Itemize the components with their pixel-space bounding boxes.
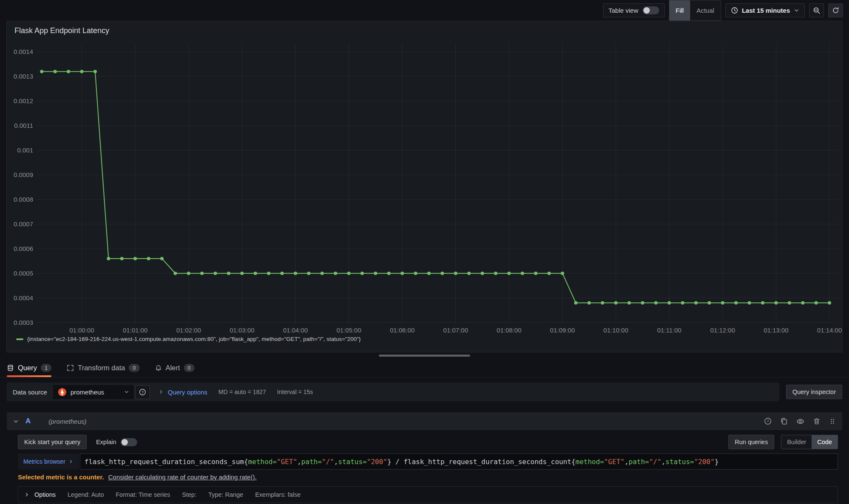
toggle-knob bbox=[121, 439, 128, 445]
help-icon: ? bbox=[139, 389, 146, 396]
svg-text:?: ? bbox=[767, 419, 769, 423]
time-range-picker[interactable]: Last 15 minutes bbox=[725, 3, 805, 17]
datasource-help-button[interactable]: ? bbox=[135, 385, 150, 399]
code-button[interactable]: Code bbox=[812, 435, 838, 449]
query-editor-body: Kick start your query Explain Run querie… bbox=[0, 430, 849, 503]
latency-chart[interactable]: 0.00030.00040.00050.00060.00070.00080.00… bbox=[9, 38, 842, 335]
svg-text:01:00:00: 01:00:00 bbox=[69, 327, 94, 334]
pane-divider bbox=[0, 352, 849, 359]
svg-text:01:07:00: 01:07:00 bbox=[443, 327, 468, 334]
option-summary-item: Exemplars: false bbox=[255, 491, 301, 498]
query-datasource-hint: (prometheus) bbox=[48, 418, 86, 425]
query-row-actions: ? bbox=[764, 417, 836, 425]
delete-query-button[interactable] bbox=[813, 417, 821, 425]
builder-code-segmented: Builder Code bbox=[781, 435, 838, 449]
fill-button[interactable]: Fill bbox=[669, 0, 690, 20]
promql-expression-input[interactable]: flask_http_request_duration_seconds_sum{… bbox=[80, 453, 838, 470]
query-inspector-button[interactable]: Query inspector bbox=[786, 385, 842, 399]
kickstart-query-button[interactable]: Kick start your query bbox=[18, 435, 87, 449]
time-range-label: Last 15 minutes bbox=[742, 7, 790, 14]
counter-warning: Selected metric is a counter. Consider c… bbox=[18, 473, 838, 481]
tab-query-label: Query bbox=[18, 364, 37, 372]
tab-transform-data[interactable]: Transform data 0 bbox=[67, 359, 140, 377]
svg-text:0.0007: 0.0007 bbox=[14, 220, 33, 228]
actual-button[interactable]: Actual bbox=[690, 0, 721, 20]
tab-transform-count: 0 bbox=[129, 364, 139, 372]
svg-text:0.0012: 0.0012 bbox=[14, 97, 33, 104]
options-label: Options bbox=[34, 491, 56, 498]
datasource-bar: Data source prometheus ? Query options M… bbox=[7, 383, 779, 401]
chevron-right-icon bbox=[69, 459, 73, 464]
svg-text:01:13:00: 01:13:00 bbox=[764, 327, 788, 334]
refresh-icon bbox=[832, 7, 839, 14]
svg-text:0.0014: 0.0014 bbox=[14, 48, 33, 55]
zoom-out-button[interactable] bbox=[809, 3, 824, 17]
option-summary-item: Type: Range bbox=[208, 491, 243, 498]
svg-text:01:12:00: 01:12:00 bbox=[710, 327, 735, 334]
tab-alert[interactable]: Alert 0 bbox=[155, 359, 195, 377]
collapse-chevron-icon[interactable] bbox=[13, 419, 19, 424]
svg-text:01:14:00: 01:14:00 bbox=[817, 327, 842, 334]
explain-toggle[interactable] bbox=[121, 438, 137, 446]
metrics-browser-button[interactable]: Metrics browser bbox=[18, 453, 79, 470]
svg-text:01:03:00: 01:03:00 bbox=[230, 327, 254, 334]
query-ref-id: A bbox=[25, 417, 31, 425]
explain-control: Explain bbox=[96, 438, 137, 446]
table-view-toggle[interactable] bbox=[643, 6, 659, 14]
toggle-visibility-button[interactable] bbox=[796, 417, 804, 425]
explain-label: Explain bbox=[96, 439, 116, 445]
builder-button[interactable]: Builder bbox=[781, 435, 812, 449]
svg-text:0.0009: 0.0009 bbox=[14, 171, 33, 178]
query-options-toggle[interactable]: Query options bbox=[158, 389, 207, 396]
table-view-control: Table view bbox=[603, 3, 665, 17]
legend-series-label: {instance="ec2-184-169-216-224.us-west-1… bbox=[27, 336, 361, 342]
duplicate-query-button[interactable] bbox=[780, 417, 788, 425]
svg-text:0.0008: 0.0008 bbox=[14, 196, 33, 203]
drag-handle-icon[interactable] bbox=[829, 418, 836, 425]
svg-text:01:08:00: 01:08:00 bbox=[496, 327, 521, 334]
datasource-selected: prometheus bbox=[71, 389, 104, 396]
svg-text:0.0004: 0.0004 bbox=[14, 294, 33, 301]
svg-text:0.0013: 0.0013 bbox=[14, 73, 33, 80]
svg-text:0.0005: 0.0005 bbox=[14, 270, 33, 277]
svg-text:0.0003: 0.0003 bbox=[14, 319, 33, 326]
legend-series-marker bbox=[16, 338, 23, 340]
query-help-button[interactable]: ? bbox=[764, 417, 772, 425]
options-summary: Legend: AutoFormat: Time seriesStep:Type… bbox=[68, 491, 301, 498]
options-toggle[interactable]: Options bbox=[24, 491, 56, 498]
svg-text:0.0011: 0.0011 bbox=[14, 122, 33, 129]
panel-edit-toolbar: Table view Fill Actual Last 15 minutes bbox=[0, 0, 849, 21]
run-queries-button[interactable]: Run queries bbox=[728, 435, 774, 449]
tab-transform-label: Transform data bbox=[78, 364, 125, 372]
panel-flask-latency: Flask App Endpoint Latency 0.00030.00040… bbox=[6, 21, 843, 352]
svg-text:01:11:00: 01:11:00 bbox=[657, 327, 681, 334]
transform-icon bbox=[67, 364, 74, 372]
chevron-down-icon bbox=[113, 389, 129, 394]
query-options-label: Query options bbox=[168, 389, 207, 396]
max-data-points-value: MD = auto = 1827 bbox=[218, 389, 266, 395]
svg-text:01:06:00: 01:06:00 bbox=[390, 327, 415, 334]
svg-text:?: ? bbox=[141, 390, 144, 394]
chevron-right-icon bbox=[158, 389, 164, 394]
editor-tabs: Query 1 Transform data 0 Alert 0 bbox=[0, 359, 849, 377]
tab-query[interactable]: Query 1 bbox=[7, 359, 51, 377]
chart-legend[interactable]: {instance="ec2-184-169-216-224.us-west-1… bbox=[16, 336, 840, 342]
refresh-button[interactable] bbox=[828, 3, 843, 17]
tab-alert-label: Alert bbox=[166, 364, 180, 372]
warning-rate-link[interactable]: Consider calculating rate of counter by … bbox=[108, 473, 257, 481]
prometheus-icon bbox=[58, 388, 67, 397]
svg-text:0.0006: 0.0006 bbox=[14, 245, 33, 252]
tab-alert-count: 0 bbox=[184, 364, 195, 372]
datasource-picker[interactable]: prometheus bbox=[53, 385, 134, 399]
bell-icon bbox=[155, 365, 162, 372]
datasource-row: Data source prometheus ? Query options M… bbox=[7, 383, 842, 401]
svg-text:01:04:00: 01:04:00 bbox=[283, 327, 307, 334]
query-row-header[interactable]: A (prometheus) ? bbox=[7, 412, 842, 430]
option-summary-item: Format: Time series bbox=[116, 491, 170, 498]
svg-text:01:09:00: 01:09:00 bbox=[550, 327, 575, 334]
pane-resize-handle[interactable] bbox=[379, 355, 470, 357]
datasource-label: Data source bbox=[13, 389, 47, 396]
query-options-collapsed-row: Options Legend: AutoFormat: Time seriesS… bbox=[18, 486, 838, 503]
magnifier-minus-icon bbox=[813, 7, 821, 14]
svg-text:0.001: 0.001 bbox=[17, 146, 33, 154]
